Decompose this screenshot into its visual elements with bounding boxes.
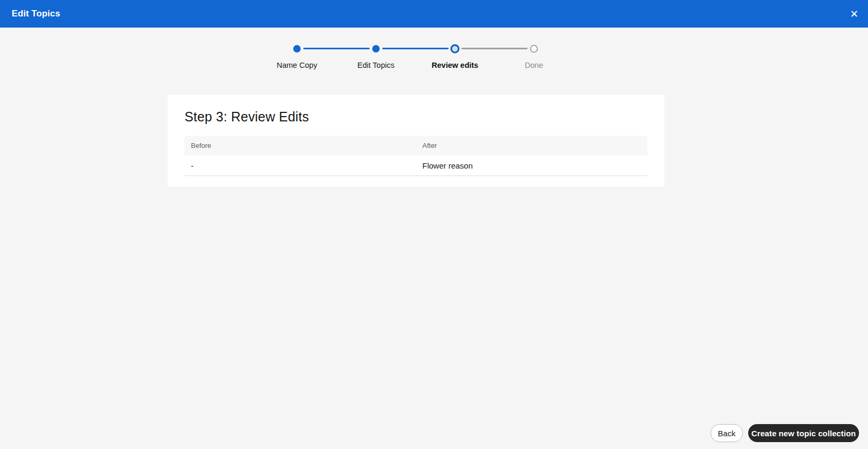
step-dot-done[interactable]: [530, 45, 538, 53]
wizard-stepper: Name Copy Edit Topics Review edits Done: [0, 0, 868, 74]
stepper-connector-1: [303, 48, 370, 49]
review-edits-card: Step 3: Review Edits Before After - Flow…: [168, 95, 664, 187]
column-header-before: Before: [185, 136, 416, 155]
step-dot-name-copy[interactable]: [293, 45, 301, 52]
stepper-connector-2: [382, 48, 449, 49]
table-header-row: Before After: [185, 136, 647, 155]
step-dot-edit-topics[interactable]: [372, 45, 380, 52]
after-cell: Flower reason: [416, 155, 648, 176]
step-label-name-copy: Name Copy: [277, 61, 318, 69]
step-title: Step 3: Review Edits: [185, 109, 647, 125]
table-row: - Flower reason: [185, 155, 647, 176]
create-new-topic-collection-button[interactable]: Create new topic collection: [748, 424, 859, 442]
column-header-after: After: [416, 136, 648, 155]
step-dot-review-edits[interactable]: [451, 45, 460, 54]
stepper-connector-3: [461, 48, 528, 49]
step-label-review-edits: Review edits: [432, 61, 478, 69]
step-label-done: Done: [525, 61, 543, 69]
review-table: Before After - Flower reason: [185, 136, 647, 176]
edit-topics-wizard: Edit Topics ✕ Name Copy Edit Topics Revi…: [0, 0, 868, 449]
before-cell: -: [185, 155, 416, 176]
step-label-edit-topics: Edit Topics: [357, 61, 394, 69]
back-button[interactable]: Back: [711, 424, 743, 442]
